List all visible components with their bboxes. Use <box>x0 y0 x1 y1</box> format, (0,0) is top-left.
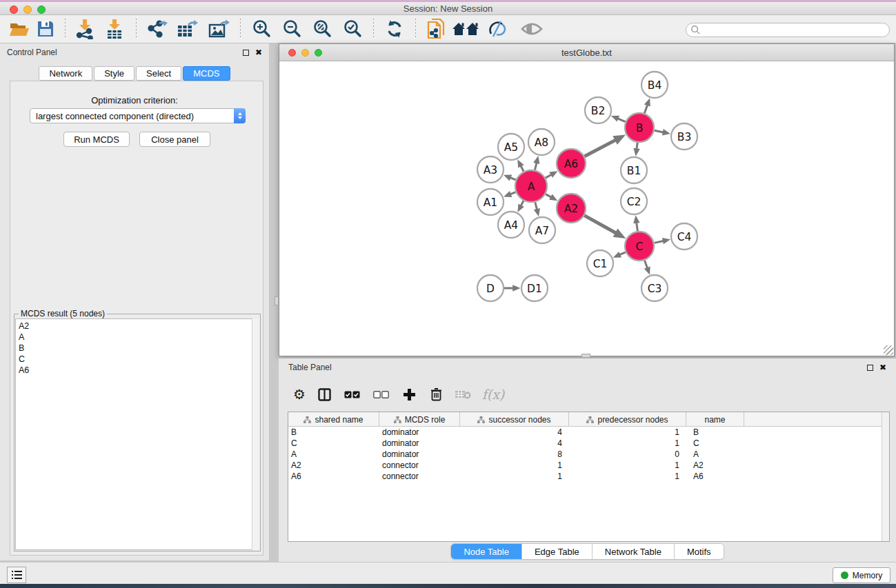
edge-B-B3[interactable] <box>655 130 664 132</box>
hide-panels-icon[interactable] <box>482 17 514 41</box>
edge-A6-B[interactable] <box>584 140 615 156</box>
home-icon[interactable] <box>450 17 482 41</box>
column-header-MCDS-role[interactable]: MCDS role <box>379 412 460 427</box>
table-row[interactable]: A2connector11A2 <box>288 460 889 471</box>
tab-network-table[interactable]: Network Table <box>593 544 675 559</box>
delete-columns-icon[interactable] <box>423 384 449 405</box>
refresh-icon[interactable] <box>379 17 410 41</box>
search-input[interactable] <box>701 26 873 35</box>
close-panel-icon[interactable]: ✖ <box>255 50 262 56</box>
mcds-result-item[interactable]: A2 <box>19 321 259 332</box>
zoom-out-icon[interactable] <box>277 17 307 41</box>
edge-B-B4[interactable] <box>644 105 647 113</box>
table-header-row: shared nameMCDS rolesuccessor nodesprede… <box>288 412 889 427</box>
edge-A2-C[interactable] <box>584 216 616 233</box>
search-field[interactable] <box>686 23 890 37</box>
delete-table-icon[interactable] <box>449 384 477 405</box>
control-panel: Control Panel ✖ NetworkStyleSelectMCDS O… <box>0 43 269 560</box>
tab-edge-table[interactable]: Edge Table <box>522 544 593 559</box>
tab-select[interactable]: Select <box>136 66 181 81</box>
network-zoom-button[interactable] <box>315 49 322 57</box>
table-row[interactable]: Bdominator41B <box>288 427 889 438</box>
network-file-icon[interactable] <box>421 17 450 41</box>
add-column-icon[interactable] <box>395 384 423 405</box>
mcds-result-item[interactable]: C <box>19 354 259 365</box>
close-window-button[interactable] <box>10 6 18 14</box>
cell-name: B <box>686 427 744 437</box>
table-row[interactable]: Adominator80A <box>288 449 889 460</box>
cell-shared-name: B <box>288 427 379 437</box>
unselect-all-columns-icon[interactable] <box>366 384 395 405</box>
export-table-icon[interactable] <box>171 17 203 41</box>
zoom-fit-icon[interactable] <box>307 17 337 41</box>
task-history-button[interactable] <box>7 567 26 583</box>
zoom-selected-icon[interactable] <box>337 17 368 41</box>
resize-grip-icon[interactable] <box>884 345 893 355</box>
zoom-in-icon[interactable] <box>246 17 277 41</box>
column-header-shared-name[interactable]: shared name <box>288 412 379 427</box>
cell-name: A2 <box>686 460 744 470</box>
node-table[interactable]: shared nameMCDS rolesuccessor nodesprede… <box>288 412 890 542</box>
column-header-filler <box>744 412 889 427</box>
select-all-columns-icon[interactable] <box>337 384 366 405</box>
window-controls[interactable] <box>10 6 46 14</box>
edge-A-A1[interactable] <box>510 192 516 194</box>
save-session-icon[interactable] <box>32 17 59 41</box>
mcds-result-item[interactable]: B <box>19 343 259 354</box>
export-image-icon[interactable] <box>203 17 235 41</box>
tab-node-table[interactable]: Node Table <box>451 544 522 559</box>
network-window-titlebar[interactable]: testGlobe.txt <box>279 44 894 61</box>
edge-B-B1[interactable] <box>637 143 637 150</box>
optimization-criterion-dropdown[interactable]: largest connected component (directed) <box>30 108 246 123</box>
network-canvas[interactable]: AA1A3A5A8A4A7A6A2BB2B4B3B1CC2C1C4C3DD1 <box>279 61 894 356</box>
gear-icon[interactable]: ⚙ <box>288 384 311 405</box>
mcds-result-list[interactable]: A2ABCA6 <box>15 318 259 550</box>
split-columns-icon[interactable] <box>311 384 337 405</box>
edge-B-B2[interactable] <box>617 119 625 122</box>
vertical-divider-handle[interactable] <box>275 296 279 305</box>
horizontal-divider-handle[interactable] <box>581 354 590 358</box>
edge-C-C2[interactable] <box>637 223 638 232</box>
column-header-predecessor-nodes[interactable]: predecessor nodes <box>569 412 686 427</box>
column-header-name[interactable]: name <box>686 412 744 427</box>
edge-A-A7[interactable] <box>535 202 537 210</box>
cell-name: A <box>686 449 744 459</box>
minimize-window-button[interactable] <box>23 6 32 14</box>
mcds-result-item[interactable]: A6 <box>19 365 259 376</box>
network-close-button[interactable] <box>288 49 296 57</box>
close-panel-button[interactable]: Close panel <box>139 132 210 147</box>
edge-C-C1[interactable] <box>619 252 626 255</box>
tab-style[interactable]: Style <box>94 66 135 81</box>
table-row[interactable]: A6connector11A6 <box>288 471 889 482</box>
edge-A-A4[interactable] <box>521 201 524 205</box>
run-mcds-button[interactable]: Run MCDS <box>63 132 130 147</box>
table-close-panel-icon[interactable]: ✖ <box>879 365 886 371</box>
tab-motifs[interactable]: Motifs <box>675 544 724 559</box>
float-panel-icon[interactable] <box>243 50 249 56</box>
table-scrollbar[interactable] <box>882 412 889 541</box>
edge-A-A2[interactable] <box>546 194 551 198</box>
import-network-icon[interactable] <box>71 17 99 41</box>
table-float-panel-icon[interactable] <box>867 365 873 371</box>
tab-mcds[interactable]: MCDS <box>183 66 230 81</box>
table-row[interactable]: Cdominator41C <box>288 438 889 449</box>
edge-C-C3[interactable] <box>644 261 647 268</box>
edge-C-C4[interactable] <box>655 241 664 243</box>
zoom-window-button[interactable] <box>37 6 46 14</box>
edge-A-A6[interactable] <box>546 174 552 178</box>
edge-A-A5[interactable] <box>521 165 524 171</box>
import-table-icon[interactable] <box>99 17 130 41</box>
memory-button[interactable]: Memory <box>833 567 890 583</box>
edge-A-A8[interactable] <box>535 163 536 170</box>
mcds-result-item[interactable]: A <box>19 332 259 343</box>
cell-shared-name: A <box>288 449 379 459</box>
open-file-icon[interactable] <box>7 17 32 41</box>
arrowhead-icon <box>644 266 650 274</box>
export-network-icon[interactable] <box>142 17 171 41</box>
mcds-result-scrollbar[interactable] <box>252 318 259 550</box>
eye-icon[interactable] <box>514 17 550 41</box>
edge-A-A3[interactable] <box>510 178 516 180</box>
network-minimize-button[interactable] <box>301 49 309 57</box>
tab-network[interactable]: Network <box>39 66 92 81</box>
column-header-successor-nodes[interactable]: successor nodes <box>460 412 569 427</box>
